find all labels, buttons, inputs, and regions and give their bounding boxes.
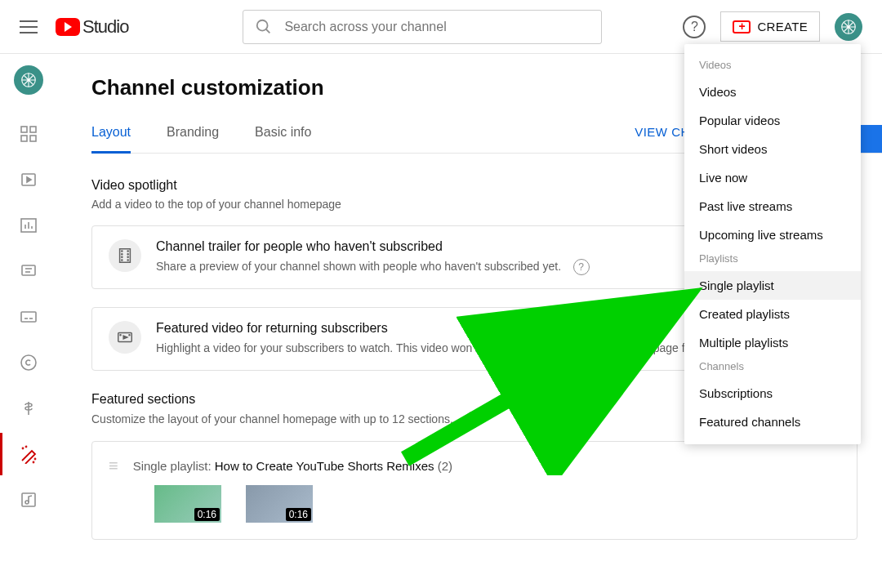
svg-point-36 bbox=[120, 335, 121, 336]
svg-point-22 bbox=[35, 459, 36, 460]
svg-rect-6 bbox=[21, 136, 27, 141]
svg-point-27 bbox=[122, 251, 122, 252]
svg-point-29 bbox=[122, 256, 122, 257]
video-thumbnail[interactable]: 0:16 bbox=[246, 485, 313, 523]
svg-point-0 bbox=[257, 20, 268, 30]
svg-point-21 bbox=[26, 447, 27, 448]
dropdown-group-videos: Videos bbox=[684, 56, 861, 78]
account-avatar[interactable] bbox=[835, 13, 862, 41]
youtube-play-icon bbox=[56, 18, 80, 36]
tab-basic-info[interactable]: Basic info bbox=[255, 125, 311, 153]
sidebar-dashboard[interactable] bbox=[0, 113, 57, 155]
search-icon bbox=[255, 18, 273, 36]
sidebar-comments[interactable] bbox=[0, 250, 57, 292]
help-tooltip-icon[interactable]: ? bbox=[573, 259, 590, 275]
dd-item-short-videos[interactable]: Short videos bbox=[684, 135, 861, 163]
svg-rect-13 bbox=[22, 265, 35, 275]
hamburger-menu-button[interactable] bbox=[20, 17, 39, 37]
sidebar-customization[interactable] bbox=[0, 433, 57, 475]
tab-branding[interactable]: Branding bbox=[167, 125, 219, 153]
featured-sub: Customize the layout of your channel hom… bbox=[91, 412, 453, 425]
svg-point-30 bbox=[122, 260, 122, 261]
svg-rect-16 bbox=[21, 312, 36, 322]
film-strip-icon bbox=[109, 239, 141, 272]
featured-card-body: Highlight a video for your subscribers t… bbox=[156, 341, 762, 354]
svg-point-20 bbox=[23, 448, 24, 449]
channel-avatar[interactable] bbox=[14, 65, 43, 95]
playlist-section-card[interactable]: ≡ Single playlist: How to Create YouTube… bbox=[91, 441, 858, 540]
duration-badge: 0:16 bbox=[194, 508, 220, 521]
sidebar-copyright[interactable] bbox=[0, 341, 57, 384]
dd-item-past-live[interactable]: Past live streams bbox=[684, 192, 861, 220]
svg-rect-5 bbox=[30, 127, 36, 132]
dd-item-single-playlist[interactable]: Single playlist bbox=[684, 271, 861, 300]
create-button[interactable]: CREATE bbox=[720, 11, 820, 42]
sidebar-audio-library[interactable] bbox=[0, 479, 57, 521]
sidebar-monetization[interactable] bbox=[0, 387, 57, 430]
trailer-card-title: Channel trailer for people who haven't s… bbox=[156, 239, 590, 254]
svg-point-23 bbox=[33, 462, 34, 463]
svg-point-32 bbox=[127, 254, 128, 255]
svg-point-37 bbox=[129, 335, 130, 336]
section-type-dropdown: Videos Videos Popular videos Short video… bbox=[684, 44, 861, 444]
search-field[interactable] bbox=[243, 10, 602, 44]
sidebar-analytics[interactable] bbox=[0, 204, 57, 247]
sidebar-content[interactable] bbox=[0, 158, 57, 201]
help-icon[interactable]: ? bbox=[683, 16, 706, 38]
dd-item-live-now[interactable]: Live now bbox=[684, 163, 861, 192]
svg-rect-4 bbox=[21, 127, 27, 132]
dd-item-popular-videos[interactable]: Popular videos bbox=[684, 106, 861, 135]
featured-video-icon bbox=[109, 321, 141, 354]
drag-handle-icon[interactable]: ≡ bbox=[109, 457, 120, 475]
svg-point-31 bbox=[127, 251, 128, 252]
svg-point-28 bbox=[122, 254, 122, 255]
video-thumbnail[interactable]: 0:16 bbox=[154, 485, 221, 523]
help-tooltip-icon[interactable]: ? bbox=[465, 412, 481, 428]
dd-item-featured-channels[interactable]: Featured channels bbox=[684, 408, 861, 436]
svg-line-1 bbox=[266, 29, 270, 33]
create-video-icon bbox=[733, 20, 751, 33]
duration-badge: 0:16 bbox=[286, 508, 311, 521]
dropdown-group-playlists: Playlists bbox=[684, 249, 861, 271]
dd-item-videos[interactable]: Videos bbox=[684, 78, 861, 106]
dd-item-subscriptions[interactable]: Subscriptions bbox=[684, 379, 861, 408]
dd-item-upcoming-live[interactable]: Upcoming live streams bbox=[684, 220, 861, 249]
svg-point-19 bbox=[21, 355, 36, 370]
studio-logo[interactable]: Studio bbox=[56, 16, 128, 38]
truncated-action-button[interactable] bbox=[859, 125, 882, 153]
tab-layout[interactable]: Layout bbox=[91, 125, 131, 154]
svg-point-34 bbox=[127, 260, 128, 261]
playlist-section-title: Single playlist: How to Create YouTube S… bbox=[133, 459, 452, 473]
search-input[interactable] bbox=[284, 20, 590, 34]
dd-item-multiple-playlists[interactable]: Multiple playlists bbox=[684, 328, 861, 357]
trailer-card-body: Share a preview of your channel shown wi… bbox=[156, 260, 561, 273]
avatar-pattern-icon bbox=[840, 18, 858, 36]
logo-text: Studio bbox=[82, 16, 128, 38]
svg-point-33 bbox=[127, 256, 128, 257]
svg-rect-7 bbox=[30, 136, 36, 141]
dropdown-group-channels: Channels bbox=[684, 357, 861, 379]
sidebar-nav bbox=[0, 54, 57, 588]
sidebar-subtitles[interactable] bbox=[0, 296, 57, 338]
dd-item-created-playlists[interactable]: Created playlists bbox=[684, 300, 861, 328]
